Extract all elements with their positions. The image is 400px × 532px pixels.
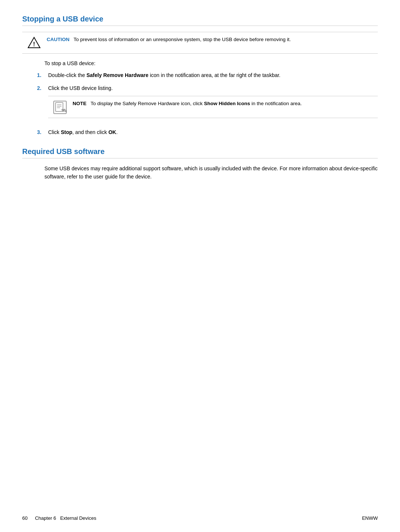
- step-2-text: Click the USB device listing.: [48, 85, 113, 91]
- page-footer: 60 Chapter 6 External Devices ENWW: [22, 515, 378, 521]
- step-2-content: Click the USB device listing. ✎: [48, 84, 378, 123]
- section-title-required-usb: Required USB software: [22, 147, 378, 156]
- note-label: NOTE: [73, 101, 87, 106]
- caution-icon: !: [27, 37, 41, 50]
- required-usb-body: Some USB devices may require additional …: [44, 164, 378, 181]
- step-2: 2. Click the USB device listing.: [37, 84, 378, 123]
- step-3-stop: Stop: [61, 129, 72, 135]
- caution-box: ! CAUTION To prevent loss of information…: [22, 32, 378, 54]
- caution-text: CAUTION To prevent loss of information o…: [47, 36, 291, 43]
- step-3-content: Click Stop, and then click OK.: [48, 128, 378, 136]
- section-title-stopping-usb: Stopping a USB device: [22, 15, 378, 23]
- step-1-content: Double-click the Safely Remove Hardware …: [48, 71, 378, 79]
- steps-list: 1. Double-click the Safely Remove Hardwa…: [37, 71, 378, 136]
- step-2-number: 2.: [37, 84, 48, 92]
- note-box: ✎ NOTE To display the Safely Remove Hard…: [48, 96, 378, 118]
- svg-text:!: !: [33, 41, 35, 47]
- footer-left: 60 Chapter 6 External Devices: [22, 515, 96, 521]
- step-3: 3. Click Stop, and then click OK.: [37, 128, 378, 136]
- notepad-icon: ✎: [53, 101, 67, 114]
- footer-chapter: Chapter 6 External Devices: [35, 515, 96, 521]
- section-divider-2: [22, 158, 378, 158]
- section-divider: [22, 26, 378, 26]
- section-required-usb: Required USB software Some USB devices m…: [22, 147, 378, 181]
- intro-text: To stop a USB device:: [44, 60, 378, 66]
- section-stopping-usb: Stopping a USB device ! CAUTION To preve…: [22, 15, 378, 136]
- note-text: NOTE To display the Safely Remove Hardwa…: [73, 100, 302, 107]
- step-1-number: 1.: [37, 71, 48, 79]
- note-body: To display the Safely Remove Hardware ic…: [88, 101, 302, 106]
- step-3-number: 3.: [37, 128, 48, 136]
- step-1: 1. Double-click the Safely Remove Hardwa…: [37, 71, 378, 79]
- footer-locale: ENWW: [362, 515, 378, 521]
- page-content: Stopping a USB device ! CAUTION To preve…: [22, 15, 378, 181]
- footer-page-number: 60: [22, 515, 27, 521]
- step-3-ok: OK: [109, 129, 116, 135]
- note-bold: Show Hidden Icons: [204, 101, 250, 106]
- svg-text:✎: ✎: [61, 108, 65, 113]
- caution-label: CAUTION: [47, 37, 70, 42]
- note-icon: ✎: [53, 101, 67, 114]
- caution-body: To prevent loss of information or an unr…: [71, 37, 291, 42]
- step-1-bold: Safely Remove Hardware: [87, 72, 149, 78]
